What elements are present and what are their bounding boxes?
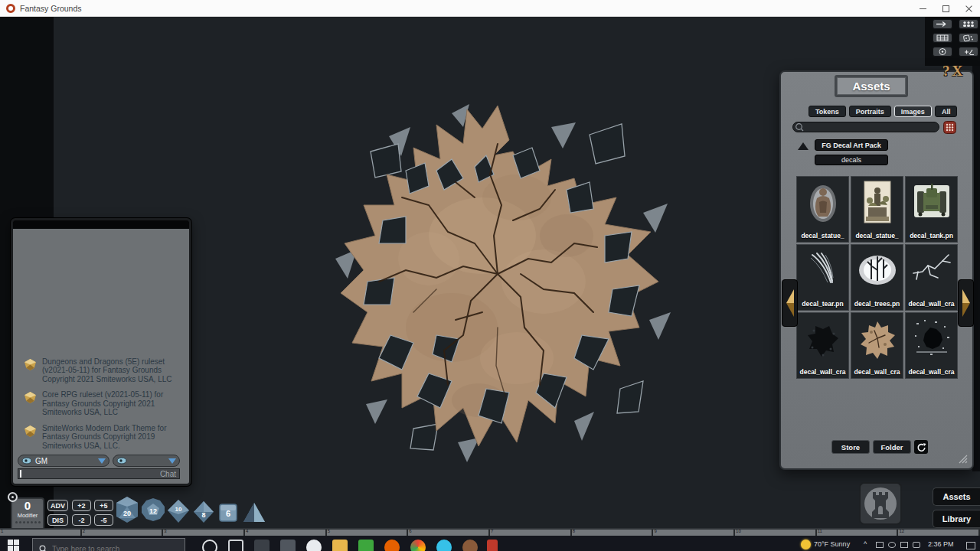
map-decal-image[interactable] — [322, 83, 674, 465]
hotkey-slot[interactable]: 12 — [898, 530, 980, 536]
asset-item[interactable]: decal_trees.pn — [851, 244, 903, 311]
app-icon-mail[interactable] — [254, 540, 270, 551]
firefox-icon[interactable] — [384, 540, 400, 551]
app-icon-red[interactable] — [487, 540, 498, 551]
taskbar-search-input[interactable] — [52, 545, 167, 551]
help-button[interactable]: ? — [942, 63, 950, 80]
task-view-icon[interactable] — [228, 540, 243, 551]
weather-sun-icon[interactable] — [801, 540, 811, 549]
asset-item[interactable]: decal_statue_ — [796, 176, 849, 243]
hotkey-slot[interactable]: 8 — [572, 530, 654, 536]
clock[interactable]: 2:36 PM — [928, 540, 954, 548]
hotkey-slot[interactable]: 4 — [245, 530, 327, 536]
tab-images[interactable]: Images — [894, 106, 932, 117]
page-previous-button[interactable] — [782, 279, 798, 327]
target-button[interactable] — [933, 47, 952, 57]
pointer-tool-button[interactable] — [933, 19, 952, 29]
tray-icon-2[interactable] — [888, 542, 896, 548]
page-next-button[interactable] — [958, 279, 974, 327]
hotkey-slot[interactable]: 11 — [817, 530, 899, 536]
asset-search-field[interactable] — [792, 122, 939, 132]
start-button[interactable] — [8, 540, 19, 551]
chat-window-handle[interactable] — [13, 220, 189, 229]
hotkey-slot[interactable]: 9 — [653, 530, 735, 536]
die-d10[interactable]: 10 — [166, 499, 191, 527]
search-icon — [795, 122, 804, 132]
module-pack-button[interactable]: FG Decal Art Pack — [815, 139, 888, 151]
radial-menu-button[interactable] — [943, 121, 956, 134]
app-icon-person[interactable] — [306, 540, 322, 551]
dice-tower-button[interactable] — [959, 33, 978, 43]
chrome-icon[interactable] — [410, 540, 426, 551]
tray-icon-1[interactable] — [876, 542, 884, 548]
asset-item[interactable]: decal_tank.pn — [905, 176, 958, 243]
chat-input[interactable]: Chat — [18, 468, 180, 479]
sidebar-library-button[interactable]: Library — [933, 510, 980, 528]
hotkey-slot[interactable]: 1 — [0, 530, 82, 536]
collapse-arrow-button[interactable] — [798, 142, 808, 150]
cortana-icon[interactable] — [202, 540, 217, 551]
asset-item[interactable]: decal_statue_ — [851, 176, 903, 243]
plus5-button[interactable]: +5 — [94, 500, 113, 511]
die-d8[interactable]: 8 — [192, 500, 215, 527]
app-icon-photos[interactable] — [280, 540, 296, 551]
tray-icon-4[interactable] — [913, 542, 920, 548]
minus2-button[interactable]: -2 — [72, 514, 91, 526]
resize-grip[interactable] — [958, 454, 969, 465]
emote-dropdown[interactable] — [113, 455, 180, 467]
window-titlebar[interactable]: Fantasy Grounds — [0, 0, 980, 17]
desktop-close-button[interactable]: X — [952, 63, 963, 80]
asset-item[interactable]: decal_wall_cra — [851, 312, 903, 379]
edge-icon[interactable] — [436, 540, 452, 551]
speaker-dropdown[interactable]: GM — [18, 455, 109, 467]
sidebar-assets-button[interactable]: Assets — [933, 487, 980, 506]
store-button[interactable]: Store — [831, 440, 870, 454]
assets-panel-titleplate[interactable]: Assets — [835, 75, 908, 97]
refresh-button[interactable] — [914, 440, 928, 454]
die-d12[interactable]: 12 — [141, 497, 165, 525]
advantage-button[interactable]: ADV — [47, 500, 68, 511]
asset-search-input[interactable] — [804, 122, 939, 132]
notifications-icon[interactable] — [966, 542, 975, 549]
plus2-button[interactable]: +2 — [72, 500, 91, 511]
app-icon-brown[interactable] — [462, 540, 478, 551]
minus5-button[interactable]: -5 — [94, 514, 113, 526]
taskbar-search[interactable] — [32, 538, 185, 551]
chat-message: Core RPG ruleset (v2021-05-11) for Fanta… — [24, 390, 183, 417]
options-button[interactable] — [8, 492, 18, 502]
hotkey-slot[interactable]: 6 — [408, 530, 490, 536]
die-d4[interactable] — [242, 501, 266, 527]
close-button[interactable] — [957, 0, 980, 17]
die-d6[interactable]: 6 — [218, 503, 238, 526]
tab-tokens[interactable]: Tokens — [808, 106, 846, 117]
campaign-button[interactable] — [859, 482, 902, 525]
disadvantage-button[interactable]: DIS — [47, 514, 68, 526]
modifiers-button[interactable] — [959, 47, 978, 57]
asset-item[interactable]: decal_wall_cra — [796, 312, 849, 379]
hotkey-slot[interactable]: 10 — [735, 530, 817, 536]
hotkey-slot[interactable]: 3 — [163, 530, 245, 536]
hotkey-slot[interactable]: 2 — [82, 530, 164, 536]
tab-portraits[interactable]: Portraits — [849, 106, 891, 117]
weather-text[interactable]: 70°F Sunny — [814, 540, 850, 548]
folder-button[interactable]: Folder — [873, 440, 911, 454]
tables-button[interactable] — [933, 33, 952, 43]
hotkey-slot[interactable]: 7 — [490, 530, 572, 536]
tray-expand-chevron[interactable]: ^ — [864, 540, 867, 548]
asset-item[interactable]: decal_wall_cra — [905, 244, 958, 311]
asset-item[interactable]: decal_tear.pn — [796, 244, 849, 311]
svg-text:10: 10 — [175, 506, 182, 513]
maximize-button[interactable] — [934, 0, 957, 17]
asset-item[interactable]: decal_wall_cra — [905, 312, 958, 379]
tab-all[interactable]: All — [935, 106, 958, 117]
subfolder-button[interactable]: decals — [815, 155, 888, 165]
minimize-button[interactable] — [911, 0, 934, 17]
desktop-toolbar — [933, 19, 978, 57]
file-explorer-icon[interactable] — [332, 540, 348, 551]
party-button[interactable] — [959, 19, 978, 29]
tray-icon-3[interactable] — [900, 542, 908, 548]
die-d20[interactable]: 20 — [113, 496, 141, 527]
hotkey-slot[interactable]: 5 — [327, 530, 409, 536]
chat-input-field[interactable] — [21, 469, 160, 478]
app-icon-green[interactable] — [358, 540, 374, 551]
